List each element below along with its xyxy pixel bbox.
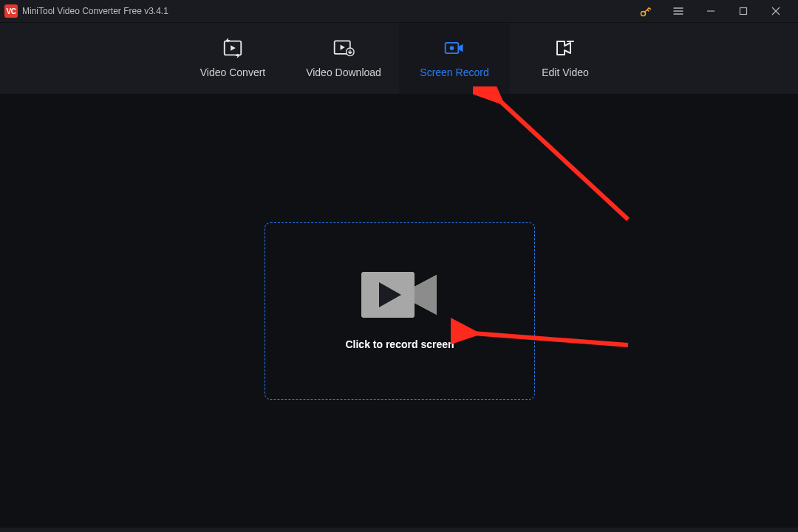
svg-point-14 xyxy=(450,46,454,50)
nav-inner: Video Convert Video Download xyxy=(177,23,621,94)
main-nav: Video Convert Video Download xyxy=(0,22,798,94)
bottom-border xyxy=(0,528,798,532)
svg-marker-9 xyxy=(231,45,236,51)
edit-video-icon xyxy=(554,38,576,58)
video-convert-icon xyxy=(222,38,244,58)
title-left: VC MiniTool Video Converter Free v3.4.1 xyxy=(4,4,168,18)
nav-label: Edit Video xyxy=(542,66,589,78)
annotation-arrow-top xyxy=(473,86,650,234)
menu-icon[interactable] xyxy=(662,0,695,22)
svg-rect-5 xyxy=(740,8,747,15)
video-download-icon xyxy=(332,38,355,58)
nav-edit-video[interactable]: Edit Video xyxy=(510,23,621,94)
svg-line-21 xyxy=(499,100,628,219)
app-window: VC MiniTool Video Converter Free v3.4.1 xyxy=(0,0,798,532)
camera-icon xyxy=(361,272,438,321)
minimize-button[interactable] xyxy=(695,0,727,22)
screen-record-icon xyxy=(443,38,466,58)
nav-screen-record[interactable]: Screen Record xyxy=(399,23,510,94)
nav-label: Screen Record xyxy=(420,66,488,78)
key-icon[interactable] xyxy=(630,0,662,22)
maximize-button[interactable] xyxy=(727,0,760,22)
record-hint-text: Click to record screen xyxy=(345,338,454,350)
app-title: MiniTool Video Converter Free v3.4.1 xyxy=(22,6,168,16)
nav-label: Video Download xyxy=(306,66,381,78)
app-logo: VC xyxy=(4,4,18,18)
app-logo-text: VC xyxy=(7,7,16,16)
record-screen-card[interactable]: Click to record screen xyxy=(265,222,535,400)
nav-video-convert[interactable]: Video Convert xyxy=(177,23,288,94)
main-area: Click to record screen xyxy=(0,94,798,528)
nav-label: Video Convert xyxy=(200,66,265,78)
close-button[interactable] xyxy=(760,0,792,22)
window-controls xyxy=(630,0,792,22)
svg-marker-11 xyxy=(341,45,345,50)
title-bar: VC MiniTool Video Converter Free v3.4.1 xyxy=(0,0,798,22)
nav-video-download[interactable]: Video Download xyxy=(288,23,399,94)
